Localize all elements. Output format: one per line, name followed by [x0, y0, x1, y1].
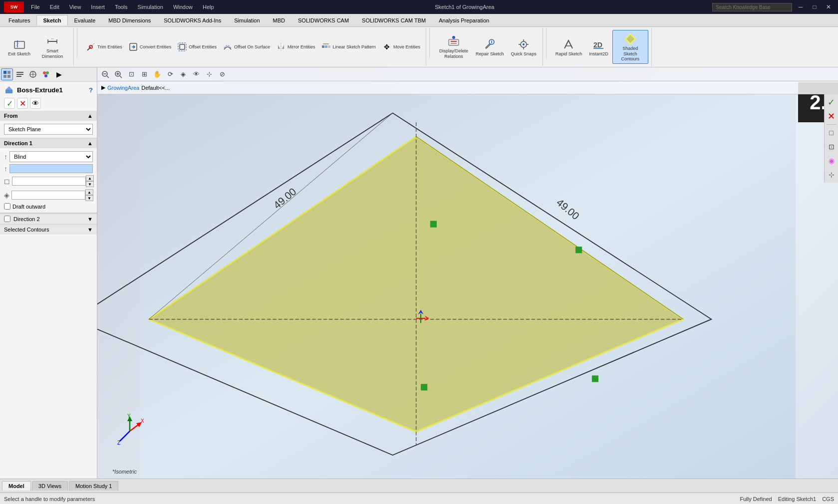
repair-sketch-button[interactable]: Repair Sketch	[473, 35, 507, 59]
menu-window[interactable]: Window	[170, 3, 196, 11]
preview-button[interactable]: 👁	[30, 98, 41, 109]
from-select[interactable]: Sketch Plane	[4, 124, 93, 135]
svg-text:X: X	[141, 418, 144, 424]
analysis-group-items: Display/Delete Relations Repair Sketch Q…	[436, 29, 540, 65]
rt-appear-btn[interactable]: ⊹	[826, 169, 838, 181]
menu-tools[interactable]: Tools	[112, 3, 131, 11]
shaded-sketch-contours-button[interactable]: Shaded Sketch Contours	[612, 30, 648, 64]
mirror-entities-button[interactable]: Mirror Entities	[274, 40, 318, 53]
menu-file[interactable]: File	[28, 3, 43, 11]
depth-value-input[interactable]: 0.50cm	[12, 177, 86, 186]
repair-label: Repair Sketch	[476, 51, 504, 57]
zoom-in-button[interactable]	[112, 68, 124, 80]
svg-rect-38	[7, 75, 10, 78]
zoom-previous-button[interactable]	[99, 68, 111, 80]
rapid-sketch-icon	[561, 37, 575, 51]
display-style-button[interactable]: ◈	[177, 68, 189, 80]
svg-point-45	[43, 71, 46, 74]
tab-sw-cam-tbm[interactable]: SOLIDWORKS CAM TBM	[355, 15, 432, 25]
offset-entities-button[interactable]: Offset Entities	[175, 40, 219, 53]
svg-point-47	[44, 74, 47, 77]
minimize-button[interactable]: ─	[795, 2, 806, 11]
draft-outward-checkbox[interactable]	[4, 203, 10, 210]
breadcrumb-model-link[interactable]: GrowingArea	[107, 85, 139, 91]
linear-sketch-pattern-button[interactable]: Linear Sketch Pattern	[318, 40, 378, 53]
rt-btn-2[interactable]: ⊡	[826, 141, 838, 153]
menu-help[interactable]: Help	[200, 3, 217, 11]
help-icon[interactable]: ?	[89, 86, 93, 94]
tab-solidworks-addins[interactable]: SOLIDWORKS Add-Ins	[157, 15, 228, 25]
direction1-type-select[interactable]: Blind Through All Mid Plane	[9, 151, 93, 162]
accept-button[interactable]: ✓	[826, 96, 838, 108]
draft-increment-button[interactable]: ▲	[85, 189, 93, 195]
direction1-content: ↑ Blind Through All Mid Plane ↑ ◻	[0, 148, 97, 213]
panel-config-btn[interactable]	[27, 68, 39, 80]
rapid-sketch-button[interactable]: Rapid Sketch	[553, 35, 585, 59]
tab-evaluate[interactable]: Evaluate	[68, 15, 102, 25]
compass-svg: X Y Z	[112, 414, 147, 449]
confirm-button[interactable]: ✓	[4, 98, 15, 109]
hide-show-button[interactable]: 👁	[190, 68, 202, 80]
tab-analysis-prep[interactable]: Analysis Preparation	[432, 15, 496, 25]
quick-snaps-button[interactable]: Quick Snaps	[508, 35, 540, 59]
smart-dimension-button[interactable]: ↔ Smart Dimension	[34, 32, 70, 61]
move-entities-button[interactable]: ✥ Move Entities	[379, 40, 423, 53]
panel-features-btn[interactable]	[1, 68, 13, 80]
menu-simulation[interactable]: Simulation	[135, 3, 166, 11]
tab-features[interactable]: Features	[2, 15, 36, 25]
rotate-button[interactable]: ⟳	[164, 68, 176, 80]
selected-contours-header[interactable]: Selected Contours ▼	[0, 224, 97, 235]
from-section: From ▲ Sketch Plane	[0, 111, 97, 138]
direction1-depth-input[interactable]	[9, 164, 93, 173]
rt-btn-1[interactable]: □	[826, 127, 838, 139]
close-button[interactable]: ✕	[823, 2, 834, 11]
tab-mbd-dimensions[interactable]: MBD Dimensions	[102, 15, 157, 25]
viewport-canvas[interactable]: 49.00 49.00	[97, 94, 838, 479]
instant2d-button[interactable]: 2D Instant2D	[586, 35, 611, 59]
view-orient-button[interactable]: ⊹	[203, 68, 215, 80]
trim-label: Trim Entities	[97, 44, 122, 49]
draft-icon: ◈	[4, 191, 9, 199]
display-delete-relations-button[interactable]: Display/Delete Relations	[436, 32, 472, 61]
menu-view[interactable]: View	[66, 3, 84, 11]
exit-sketch-button[interactable]: Exit Sketch	[5, 35, 33, 59]
depth-increment-button[interactable]: ▲	[86, 175, 94, 181]
zoom-to-area-button[interactable]: ⊞	[138, 68, 150, 80]
menu-insert[interactable]: Insert	[88, 3, 108, 11]
constraint-box-1	[430, 221, 437, 228]
tab-motion-study[interactable]: Motion Study 1	[69, 481, 118, 491]
svg-rect-11	[180, 44, 185, 49]
reject-button[interactable]: ✕	[826, 110, 838, 122]
viewport[interactable]: 2. ⊡ ⊞ ✋ ⟳ ◈ 👁 ⊹ ⊘ ▶ GrowingArea Default…	[97, 67, 838, 479]
depth-decrement-button[interactable]: ▼	[86, 181, 94, 187]
tab-sketch[interactable]: Sketch	[36, 15, 67, 25]
knowledge-base-search[interactable]	[712, 3, 792, 11]
rt-color-btn[interactable]: ◉	[826, 155, 838, 167]
from-section-header[interactable]: From ▲	[0, 111, 97, 121]
direction1-depth-row: ◻ 0.50cm ▲ ▼	[4, 175, 93, 187]
cancel-button[interactable]: ✕	[17, 98, 28, 109]
offset-surface-button[interactable]: Offset On Surface	[220, 40, 273, 53]
ribbon-group-entities: Trim Entities Convert Entities Offset En…	[80, 28, 426, 66]
panel-color-btn[interactable]	[40, 68, 52, 80]
trim-entities-button[interactable]: Trim Entities	[83, 40, 125, 53]
direction2-header[interactable]: Direction 2 ▼	[0, 213, 97, 224]
pan-button[interactable]: ✋	[151, 68, 163, 80]
zoom-to-fit-button[interactable]: ⊡	[125, 68, 137, 80]
panel-pm-btn[interactable]	[14, 68, 26, 80]
svg-rect-37	[3, 75, 6, 78]
tab-model[interactable]: Model	[2, 481, 31, 491]
tab-sw-cam[interactable]: SOLIDWORKS CAM	[291, 15, 355, 25]
draft-decrement-button[interactable]: ▼	[85, 195, 93, 201]
menu-edit[interactable]: Edit	[47, 3, 62, 11]
maximize-button[interactable]: □	[809, 2, 820, 11]
tab-3d-views[interactable]: 3D Views	[32, 481, 68, 491]
draft-value-input[interactable]	[11, 191, 85, 200]
section-view-button[interactable]: ⊘	[216, 68, 228, 80]
direction1-header[interactable]: Direction 1 ▲	[0, 138, 97, 148]
tab-simulation[interactable]: Simulation	[228, 15, 266, 25]
convert-entities-button[interactable]: Convert Entities	[126, 40, 174, 53]
direction2-checkbox[interactable]	[4, 216, 10, 222]
tab-mbd[interactable]: MBD	[267, 15, 291, 25]
panel-expand-btn[interactable]: ▶	[53, 68, 65, 80]
